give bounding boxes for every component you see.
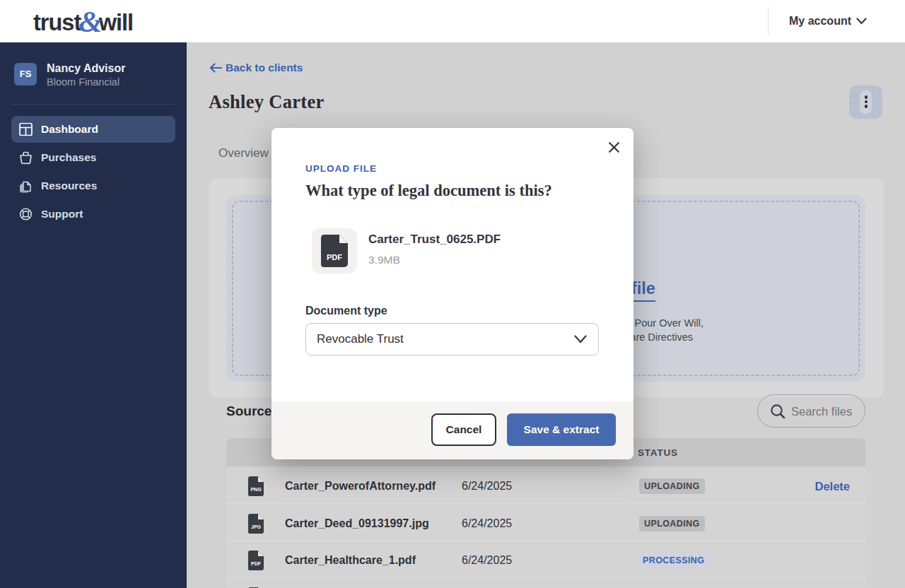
- svg-text:PNG: PNG: [250, 487, 262, 492]
- svg-text:PDF: PDF: [251, 561, 262, 566]
- svg-text:JPG: JPG: [251, 524, 262, 529]
- svg-text:PDF: PDF: [327, 253, 342, 261]
